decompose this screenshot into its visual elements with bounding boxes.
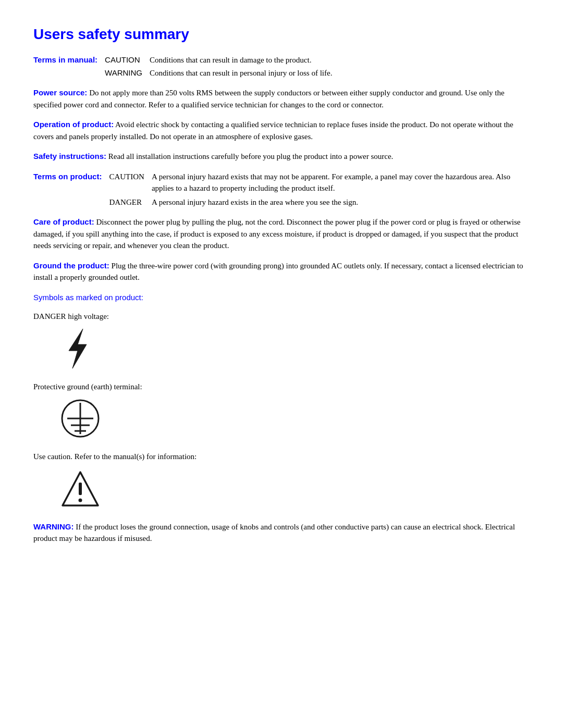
- ground-product-section: Ground the product: Plug the three-wire …: [33, 260, 530, 283]
- page-title: Users safety summary: [33, 26, 530, 43]
- terms-on-product-label: Terms on product:: [33, 171, 102, 194]
- operation-of-product-section: Operation of product: Avoid electric sho…: [33, 119, 530, 142]
- terms-in-manual-def-caution: Conditions that can result in damage to …: [150, 54, 530, 66]
- protective-ground-caption: Protective ground (earth) terminal:: [33, 381, 530, 393]
- symbols-section: Symbols as marked on product: DANGER hig…: [33, 292, 530, 510]
- terms-in-manual-def-warning: Conditions that can result in personal i…: [150, 67, 530, 79]
- terms-on-product-section: Terms on product: CAUTION A personal inj…: [33, 171, 530, 208]
- use-caution-caption: Use caution. Refer to the manual(s) for …: [33, 451, 530, 463]
- safety-instructions-label: Safety instructions:: [33, 152, 106, 161]
- protective-ground-block: Protective ground (earth) terminal:: [33, 381, 530, 440]
- caution-triangle-icon: [59, 468, 530, 510]
- earth-terminal-icon: [59, 398, 530, 439]
- terms-in-manual-label: Terms in manual:: [33, 54, 97, 66]
- terms-on-product-table: Terms on product: CAUTION A personal inj…: [33, 171, 530, 208]
- power-source-text: Do not apply more than 250 volts RMS bet…: [33, 89, 505, 109]
- terms-on-product-def-danger: A personal injury hazard exists in the a…: [152, 196, 530, 208]
- use-caution-block: Use caution. Refer to the manual(s) for …: [33, 451, 530, 510]
- terms-in-manual-term-warning: WARNING: [105, 67, 142, 79]
- svg-marker-0: [69, 329, 87, 368]
- danger-high-voltage-caption: DANGER high voltage:: [33, 311, 530, 323]
- lightning-bolt-icon: [59, 328, 530, 369]
- terms-in-manual-section: Terms in manual: CAUTION Conditions that…: [33, 54, 530, 79]
- care-of-product-label: Care of product:: [33, 217, 94, 226]
- terms-in-manual-table: Terms in manual: CAUTION Conditions that…: [33, 54, 530, 79]
- terms-on-product-term-caution: CAUTION: [109, 171, 144, 183]
- warning-text: If the product loses the ground connecti…: [33, 523, 515, 543]
- danger-high-voltage-block: DANGER high voltage:: [33, 311, 530, 369]
- safety-instructions-section: Safety instructions: Read all installati…: [33, 151, 530, 163]
- care-of-product-section: Care of product: Disconnect the power pl…: [33, 216, 530, 252]
- ground-product-label: Ground the product:: [33, 261, 109, 270]
- terms-in-manual-term-caution: CAUTION: [105, 54, 142, 66]
- symbols-label: Symbols as marked on product:: [33, 292, 530, 304]
- terms-on-product-term-danger: DANGER: [109, 196, 144, 208]
- safety-instructions-text: Read all installation instructions caref…: [108, 152, 394, 161]
- care-of-product-text: Disconnect the power plug by pulling the…: [33, 218, 520, 250]
- power-source-label: Power source:: [33, 88, 87, 97]
- terms-on-product-def-caution: A personal injury hazard exists that may…: [152, 171, 530, 194]
- warning-label: WARNING:: [33, 522, 74, 531]
- svg-point-9: [79, 498, 82, 502]
- svg-rect-8: [79, 483, 82, 495]
- warning-section: WARNING: If the product loses the ground…: [33, 521, 530, 545]
- power-source-section: Power source: Do not apply more than 250…: [33, 87, 530, 110]
- operation-of-product-label: Operation of product:: [33, 120, 114, 129]
